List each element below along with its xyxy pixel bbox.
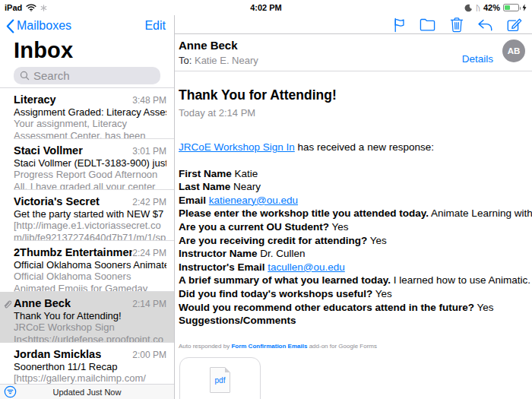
details-link[interactable]: Details (462, 53, 493, 65)
field-value: Katie (235, 168, 258, 179)
field-value: Yes (332, 221, 349, 233)
email-body: JRCoE Workshop Sign In has received a ne… (175, 119, 532, 399)
form-field-line: Are you receiving credit for attending? … (179, 234, 532, 248)
move-to-folder-button[interactable] (420, 17, 435, 33)
field-label: Instructor Name (179, 248, 258, 259)
form-field-line: Email katieneary@ou.edu (179, 194, 532, 207)
field-value: Dr. Cullen (260, 248, 305, 259)
clock: 4:02 PM (0, 3, 532, 12)
bluetooth-icon: ᚢ (476, 4, 480, 12)
battery-percent: 42% (483, 3, 500, 12)
email-sender: 2Thumbz Entertainment (14, 246, 132, 258)
mailboxes-back-button[interactable]: Mailboxes (6, 19, 71, 33)
email-subject-line: Soonerthon 11/1 Recap (14, 361, 166, 372)
to-label: To: (179, 55, 192, 66)
workshop-signin-link[interactable]: JRCoE Workshop Sign In (179, 141, 295, 153)
filter-button[interactable] (4, 385, 17, 398)
form-field-line: Are you a current OU Student? Yes (179, 220, 532, 234)
page-title: Inbox (0, 35, 174, 67)
form-field-line: Suggestions/Comments (179, 314, 532, 328)
search-input[interactable]: Search (14, 67, 160, 84)
updated-status: Updated Just Now (0, 388, 174, 397)
field-value: Yes (477, 302, 494, 313)
flag-button[interactable] (391, 17, 407, 33)
delete-button[interactable] (448, 17, 464, 33)
do-not-disturb-moon-icon (464, 4, 473, 12)
field-label: Are you receiving credit for attending? (179, 235, 367, 246)
email-time: 2:00 PM (132, 350, 166, 360)
inbox-sidebar: Mailboxes Edit Inbox Search Literacy (0, 15, 175, 399)
email-list-item[interactable]: Staci Vollmer 3:01 PM Staci Vollmer (EDL… (0, 139, 174, 190)
email-subject-line: Thank You for Attending! (14, 310, 166, 321)
email-sender: Literacy (14, 93, 56, 106)
form-field-line: Instructor's Email tacullen@ou.edu (179, 261, 532, 274)
email-list-item[interactable]: Literacy 3:48 PM Assignment Graded: Lite… (0, 88, 174, 139)
form-confirmation-emails-link[interactable]: Form Confirmation Emails (231, 343, 307, 350)
email-list-item[interactable]: 2Thumbz Entertainment 2:24 PM Official O… (0, 241, 174, 292)
field-value: Animate Learning with Animatic (431, 207, 532, 219)
email-sender: Jordan Smicklas (14, 348, 101, 360)
email-subject-line: Staci Vollmer (EDLT-3183-900) just se... (14, 157, 166, 169)
field-value: Neary (233, 181, 261, 192)
note-post: add-on for Google Forms (307, 343, 377, 350)
message-pane: Anne Beck To: Katie E. Neary Details AB … (175, 15, 532, 399)
email-date: Today at 2:14 PM (179, 107, 524, 119)
subject-block: Thank You for Attending! Today at 2:14 P… (175, 71, 532, 119)
field-label: Email (179, 195, 206, 206)
edit-button[interactable]: Edit (144, 19, 166, 33)
field-value: Yes (370, 235, 387, 246)
email-list-item[interactable]: Victoria's Secret 2:42 PM Get the party … (0, 190, 174, 241)
form-field-line: First Name Katie (179, 167, 532, 181)
field-label: Did you find today's workshops useful? (179, 288, 372, 299)
email-list: Literacy 3:48 PM Assignment Graded: Lite… (0, 87, 174, 399)
flag-icon (391, 17, 406, 33)
search-placeholder: Search (33, 69, 70, 82)
email-list-item[interactable]: Anne Beck 2:14 PM Thank You for Attendin… (0, 292, 174, 343)
battery-icon (503, 4, 519, 11)
email-subject-line: Official Oklahoma Sooners Animated E... (14, 259, 166, 271)
paperclip-icon (3, 299, 11, 309)
email-time: 3:01 PM (132, 146, 166, 157)
auto-responder-note: Auto responded by Form Confirmation Emai… (179, 340, 532, 353)
note-pre: Auto responded by (179, 343, 231, 350)
field-label: Are you a current OU Student? (179, 221, 329, 233)
field-label: Suggestions/Comments (179, 315, 296, 326)
chevron-left-icon (6, 19, 14, 33)
pdf-attachment[interactable]: pdf Thank You...nding! .pdf (179, 357, 261, 399)
form-field-line: Last Name Neary (179, 180, 532, 194)
sidebar-footer: Updated Just Now (0, 384, 174, 399)
pdf-label: pdf (215, 374, 226, 388)
reply-button[interactable] (477, 17, 493, 33)
email-time: 3:48 PM (132, 95, 166, 106)
form-field-line: A brief summary of what you learned toda… (179, 274, 532, 287)
trash-icon (450, 17, 464, 33)
email-subject-line: Get the party started with NEW $7 Mis... (14, 208, 166, 220)
email-subject: Thank You for Attending! (179, 87, 524, 103)
field-label: First Name (179, 168, 232, 179)
charging-bolt-icon (522, 4, 527, 11)
field-label: Last Name (179, 181, 230, 192)
form-response-fields: First Name KatieLast Name NearyEmail kat… (179, 167, 532, 328)
email-sender: Anne Beck (14, 297, 71, 309)
email-time: 2:42 PM (132, 197, 166, 207)
avatar: AB (502, 40, 525, 62)
field-value: Yes (375, 288, 392, 299)
sidebar-nav: Mailboxes Edit (0, 17, 174, 35)
sender-name: Anne Beck (179, 39, 532, 52)
pdf-file-icon: pdf (210, 367, 230, 393)
folder-icon (420, 17, 435, 32)
email-subject-line: Assignment Graded: Literacy Assessm... (14, 106, 166, 118)
email-sender: Victoria's Secret (14, 195, 100, 207)
email-time: 2:24 PM (132, 248, 166, 258)
field-label: A brief summary of what you learned toda… (179, 274, 391, 286)
message-toolbar (175, 15, 532, 34)
email-time: 2:14 PM (132, 299, 166, 309)
intro-line: JRCoE Workshop Sign In has received a ne… (179, 141, 532, 154)
field-value-link[interactable]: tacullen@ou.edu (268, 261, 345, 273)
form-field-line: Would you recommend other educators atte… (179, 301, 532, 315)
search-icon (20, 71, 30, 81)
field-value-link[interactable]: katieneary@ou.edu (209, 195, 298, 206)
intro-text: has received a new response: (295, 141, 434, 153)
compose-button[interactable] (506, 17, 522, 33)
form-field-line: Did you find today's workshops useful? Y… (179, 287, 532, 301)
